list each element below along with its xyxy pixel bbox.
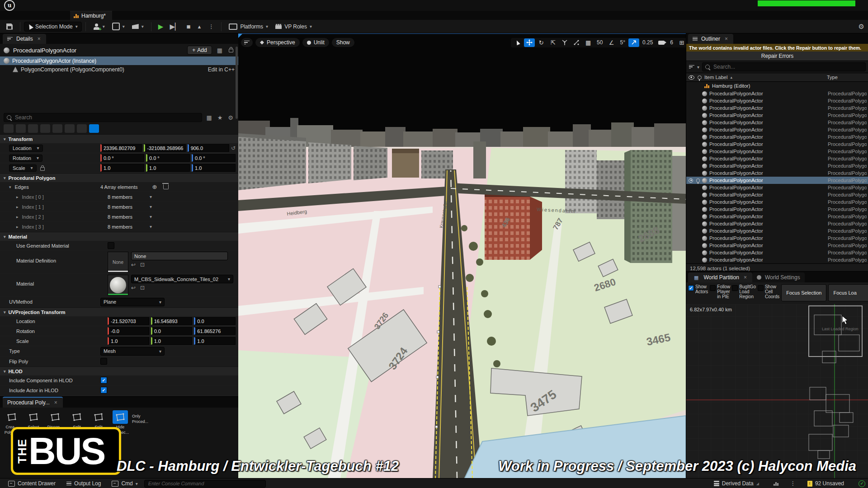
outliner-row[interactable]: ProceduralPolygonActorProceduralPolygonA…	[686, 227, 868, 235]
surface-snapping-button[interactable]	[571, 38, 582, 47]
filter-chip[interactable]	[52, 124, 62, 133]
revision-control-button[interactable]: ✓ S	[854, 480, 868, 487]
collapsed-arrow-icon[interactable]: ▸	[16, 225, 19, 229]
outliner-world-row[interactable]: Hamburg (Editor)	[686, 82, 868, 90]
outliner-row[interactable]: ProceduralPolygonActorProceduralPolygonA…	[686, 184, 868, 191]
display-options-icon[interactable]: ▦	[205, 114, 213, 121]
pin-column-icon[interactable]	[698, 75, 702, 80]
filter-chip[interactable]	[89, 124, 99, 133]
material-definition-dropdown[interactable]: None	[131, 252, 228, 260]
eye-icon[interactable]	[689, 178, 693, 183]
filter-chip[interactable]	[4, 124, 14, 133]
uv-location-z-field[interactable]: 0.0	[194, 317, 236, 325]
property-row-edge-index[interactable]: ▸ Index [ 2 ] 8 members ▾	[0, 212, 238, 222]
uv-rotation-y-field[interactable]: 0.0	[151, 327, 193, 335]
outliner-row[interactable]: ProceduralPolygonActorProceduralPolygonA…	[686, 249, 868, 256]
uv-location-y-field[interactable]: 16.545893	[151, 317, 193, 325]
flip-poly-checkbox[interactable]	[100, 358, 107, 365]
outliner-row[interactable]: ProceduralPolygonActorProceduralPolygonA…	[686, 112, 868, 119]
row-visibility-pin[interactable]	[688, 178, 700, 183]
move-tool-button[interactable]	[524, 38, 535, 47]
outliner-search-input[interactable]	[712, 63, 863, 70]
outliner-row[interactable]: ProceduralPolygonActorProceduralPolygonA…	[686, 119, 868, 126]
status-kebab-menu[interactable]: ⋮	[788, 480, 797, 487]
browse-asset-icon[interactable]: ⊡	[140, 285, 145, 291]
derived-data-button[interactable]: Derived Data ◢	[709, 480, 764, 487]
property-row-edge-index[interactable]: ▸ Index [ 1 ] 8 members ▾	[0, 202, 238, 212]
include-actor-checkbox[interactable]: ✓	[100, 387, 107, 394]
console-command-input[interactable]	[147, 480, 263, 487]
save-button[interactable]	[3, 22, 16, 31]
eject-button[interactable]: ▲	[194, 23, 205, 30]
uvmethod-dropdown[interactable]: Plane ▾	[100, 298, 165, 306]
menu-item[interactable]	[123, 4, 136, 7]
outliner-row[interactable]: ProceduralPolygonActorProceduralPolygonA…	[686, 213, 868, 220]
rotation-y-field[interactable]: 0.0 °	[146, 154, 190, 162]
level-viewport[interactable]: 3724 3726 2688 2680 3465 3475 787 436 Kr…	[238, 33, 686, 479]
outliner-row[interactable]: ProceduralPolygonActorProceduralPolygonA…	[686, 141, 868, 148]
chevron-down-icon[interactable]: ▾	[150, 204, 152, 209]
outliner-row[interactable]: ProceduralPolygonActorProceduralPolygonA…	[686, 191, 868, 198]
menu-item[interactable]	[60, 4, 72, 7]
world-coordinate-button[interactable]	[559, 38, 570, 47]
tab-details[interactable]: Details ×	[3, 34, 46, 44]
outliner-search-box[interactable]	[702, 62, 866, 71]
cinematics-button[interactable]: ▾	[128, 23, 147, 30]
add-actor-button[interactable]: + ▾	[90, 22, 108, 31]
focus-load-button[interactable]: Focus Loa	[828, 284, 868, 301]
browse-asset-icon[interactable]: ⊡	[140, 262, 145, 268]
outliner-row[interactable]: ProceduralPolygonActorProceduralPolygonA…	[686, 206, 868, 213]
play-options-kebab[interactable]: ⋮	[205, 22, 217, 31]
uv-scale-x-field[interactable]: 1.0	[108, 337, 149, 345]
details-search-box[interactable]	[4, 113, 202, 122]
rotation-snap-icon[interactable]: ∠	[606, 38, 617, 47]
property-row-edge-index[interactable]: ▸ Index [ 0 ] 8 members ▾	[0, 192, 238, 202]
outliner-row[interactable]: ProceduralPolygonActorProceduralPolygonA…	[686, 177, 868, 184]
filter-chip[interactable]	[40, 124, 50, 133]
play-button[interactable]: ▶	[155, 22, 167, 32]
focus-selection-button[interactable]: Focus Selection	[781, 284, 826, 301]
lock-icon[interactable]	[227, 47, 235, 54]
add-component-button[interactable]: + Add	[187, 46, 212, 55]
location-y-field[interactable]: -321088.268966	[144, 144, 185, 152]
scale-z-field[interactable]: 1.0	[192, 164, 236, 172]
tab-world-settings[interactable]: World Settings	[752, 272, 805, 282]
close-icon[interactable]: ×	[53, 399, 58, 406]
details-settings-icon[interactable]: ⚙	[226, 114, 235, 121]
section-material[interactable]: ▾ Material	[0, 232, 238, 241]
follow-player-checkbox[interactable]: Follow Player in PIE	[710, 284, 730, 299]
bugitgo-checkbox[interactable]: BugItGo Load Region	[732, 284, 756, 299]
tab-world-partition[interactable]: ▦ World Partition ×	[688, 272, 752, 282]
use-selected-asset-icon[interactable]: ↩	[131, 285, 136, 291]
show-actors-checkbox[interactable]: ✓ Show Actors	[688, 284, 708, 294]
cmd-dropdown[interactable]: Cmd ▾	[107, 480, 142, 487]
browse-icon[interactable]: ▦	[216, 47, 224, 54]
menu-item[interactable]	[85, 4, 98, 7]
add-element-icon[interactable]: ⊕	[152, 183, 157, 190]
chevron-down-icon[interactable]: ▾	[150, 194, 152, 199]
show-cell-coords-checkbox[interactable]: Show Cell Coords	[758, 284, 779, 299]
unreal-logo-icon[interactable]: u	[4, 0, 15, 10]
collapsed-arrow-icon[interactable]: ▸	[16, 195, 19, 199]
tab-hamburg-level[interactable]: Hamburg*	[70, 11, 112, 20]
menu-item[interactable]	[98, 4, 110, 7]
details-search-input[interactable]	[14, 114, 199, 121]
pin-icon[interactable]	[696, 178, 700, 183]
section-hlod[interactable]: ▾ HLOD	[0, 366, 238, 375]
maximize-viewport-button[interactable]: ⊞	[676, 38, 686, 47]
close-icon[interactable]: ×	[37, 36, 42, 42]
filter-chip[interactable]	[65, 124, 75, 133]
collapsed-arrow-icon[interactable]: ▸	[16, 215, 19, 219]
rotate-tool-button[interactable]: ↻	[536, 38, 547, 47]
menu-item[interactable]	[72, 4, 85, 7]
selection-mode-dropdown[interactable]: Selection Mode ▾	[24, 22, 82, 32]
skip-frame-button[interactable]: ▶▏	[166, 22, 183, 32]
outliner-row[interactable]: ProceduralPolygonActorProceduralPolygonA…	[686, 90, 868, 97]
menu-item[interactable]	[110, 4, 123, 7]
world-partition-minimap[interactable]: Last Loaded Region	[686, 304, 868, 478]
rotation-snap-value[interactable]: 5°	[618, 38, 627, 47]
scale-y-field[interactable]: 1.0	[146, 164, 190, 172]
chevron-down-icon[interactable]: ▾	[150, 214, 152, 219]
expand-arrow-icon[interactable]: ▾	[9, 185, 11, 189]
rotation-mode-dropdown[interactable]: Rotation ▾	[9, 155, 42, 162]
